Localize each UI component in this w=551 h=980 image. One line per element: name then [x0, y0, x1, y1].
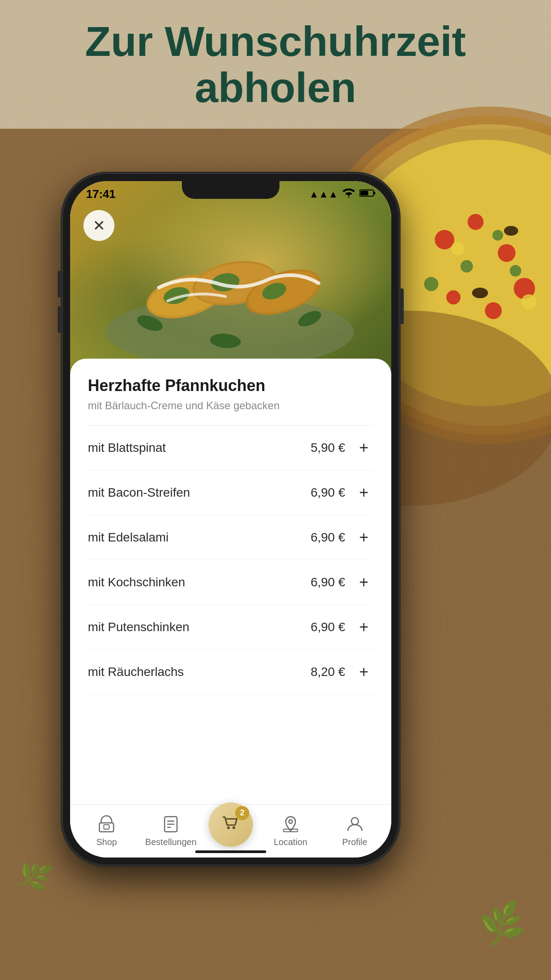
- svg-point-15: [451, 242, 464, 255]
- shop-label: Shop: [96, 837, 117, 847]
- menu-item: mit Räucherlachs 8,20 € +: [88, 650, 374, 695]
- menu-item-price: 6,90 €: [311, 575, 345, 589]
- signal-icon: ▲▲▲: [309, 189, 338, 200]
- location-label: Location: [274, 837, 307, 847]
- menu-item-right: 6,90 € +: [311, 573, 374, 592]
- status-icons: ▲▲▲: [309, 186, 375, 201]
- add-item-button[interactable]: +: [354, 483, 374, 502]
- add-item-button[interactable]: +: [354, 617, 374, 637]
- hero-title: Zur Wunschuhrzeit abholen: [59, 18, 493, 111]
- tab-bar: Shop Bestellungen: [70, 804, 391, 858]
- phone-screen: 17:41 ▲▲▲: [70, 181, 391, 858]
- svg-point-4: [468, 214, 484, 230]
- phone-frame: 17:41 ▲▲▲: [62, 173, 399, 865]
- profile-label: Profile: [342, 837, 367, 847]
- svg-point-12: [510, 265, 521, 277]
- svg-rect-19: [374, 192, 375, 194]
- menu-item-name: mit Blattspinat: [88, 441, 166, 455]
- status-time: 17:41: [86, 186, 116, 201]
- menu-subtitle: mit Bärlauch-Creme und Käse gebacken: [88, 399, 374, 412]
- svg-point-3: [435, 230, 454, 249]
- power-button: [400, 288, 404, 324]
- svg-point-10: [492, 230, 503, 241]
- wifi-icon: [342, 188, 355, 201]
- svg-point-5: [498, 244, 516, 262]
- food-image: ✕: [70, 181, 391, 385]
- add-item-button[interactable]: +: [354, 528, 374, 547]
- add-item-button[interactable]: +: [354, 438, 374, 458]
- phone-mockup: 17:41 ▲▲▲: [62, 173, 399, 865]
- menu-title: Herzhafte Pfannkuchen: [88, 376, 374, 395]
- tab-location[interactable]: Location: [264, 815, 317, 847]
- tab-profile[interactable]: Profile: [328, 815, 382, 847]
- volume-button-down: [58, 306, 61, 333]
- close-button[interactable]: ✕: [83, 210, 114, 241]
- menu-item: mit Kochschinken 6,90 € +: [88, 560, 374, 605]
- menu-item-name: mit Bacon-Streifen: [88, 486, 190, 500]
- menu-item: mit Putenschinken 6,90 € +: [88, 605, 374, 650]
- menu-item-name: mit Edelsalami: [88, 530, 169, 545]
- bestellungen-icon: [162, 815, 180, 834]
- volume-button-up: [58, 271, 61, 297]
- menu-item-price: 6,90 €: [311, 486, 345, 500]
- tab-bestellungen[interactable]: Bestellungen: [144, 815, 197, 847]
- svg-point-44: [351, 818, 358, 825]
- profile-icon: [346, 815, 364, 834]
- menu-item-right: 6,90 € +: [311, 483, 374, 502]
- svg-point-11: [424, 277, 438, 291]
- svg-point-16: [521, 294, 536, 309]
- menu-item-right: 6,90 € +: [311, 528, 374, 547]
- location-icon: [282, 815, 299, 834]
- menu-item-name: mit Räucherlachs: [88, 665, 184, 679]
- menu-item: mit Blattspinat 5,90 € +: [88, 426, 374, 470]
- menu-item-price: 5,90 €: [311, 441, 345, 455]
- menu-item-right: 5,90 € +: [311, 438, 374, 458]
- svg-point-13: [472, 288, 488, 298]
- tab-cart[interactable]: 2: [209, 802, 253, 847]
- add-item-button[interactable]: +: [354, 662, 374, 682]
- svg-point-6: [446, 290, 460, 304]
- svg-point-40: [227, 826, 230, 829]
- svg-point-8: [485, 302, 502, 319]
- svg-point-9: [460, 260, 473, 273]
- menu-item-name: mit Kochschinken: [88, 575, 185, 589]
- menu-card: Herzhafte Pfannkuchen mit Bärlauch-Creme…: [70, 359, 391, 804]
- phone-notch: [182, 181, 279, 199]
- svg-point-14: [504, 226, 518, 236]
- menu-items-list: mit Blattspinat 5,90 € + mit Bacon-Strei…: [88, 426, 374, 695]
- battery-icon: [359, 189, 375, 200]
- menu-item-name: mit Putenschinken: [88, 620, 189, 634]
- menu-item-price: 6,90 €: [311, 530, 345, 545]
- menu-item: mit Bacon-Streifen 6,90 € +: [88, 470, 374, 515]
- menu-item-price: 6,90 €: [311, 620, 345, 634]
- svg-rect-35: [104, 825, 109, 829]
- menu-item-right: 6,90 € +: [311, 617, 374, 637]
- bestellungen-label: Bestellungen: [145, 837, 197, 847]
- shop-icon: [98, 815, 115, 834]
- tab-shop[interactable]: Shop: [80, 815, 133, 847]
- menu-item-price: 8,20 €: [311, 665, 345, 679]
- menu-item-right: 8,20 € +: [311, 662, 374, 682]
- svg-point-21: [106, 296, 354, 368]
- menu-item: mit Edelsalami 6,90 € +: [88, 515, 374, 560]
- cart-badge: 2: [235, 806, 249, 820]
- svg-point-41: [232, 826, 235, 829]
- home-indicator: [195, 850, 266, 853]
- add-item-button[interactable]: +: [354, 573, 374, 592]
- svg-point-42: [289, 820, 292, 823]
- svg-rect-20: [360, 191, 368, 195]
